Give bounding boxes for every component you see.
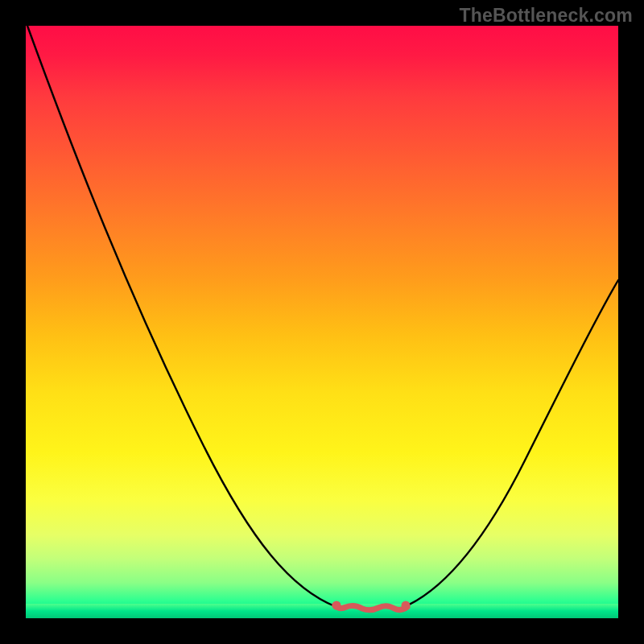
bottleneck-curve <box>26 26 618 618</box>
curve-right-branch <box>404 280 618 607</box>
chart-frame: TheBottleneck.com <box>0 0 644 644</box>
curve-left-branch <box>27 26 336 607</box>
trough-dot-right <box>402 601 411 610</box>
watermark-text: TheBottleneck.com <box>459 5 633 27</box>
trough-marker <box>335 605 407 610</box>
trough-dot-left <box>332 601 341 610</box>
plot-area <box>26 26 618 618</box>
